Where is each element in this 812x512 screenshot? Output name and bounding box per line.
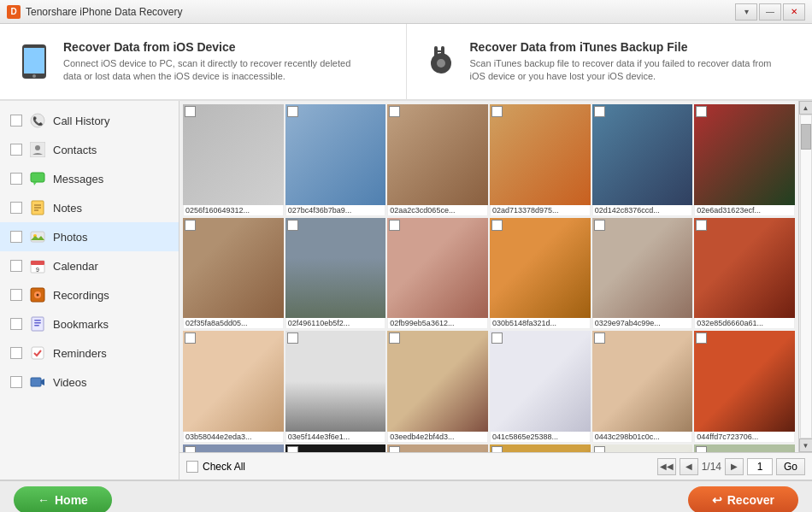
scroll-track[interactable]	[800, 115, 812, 438]
first-page-button[interactable]: ◀◀	[657, 458, 676, 475]
photo-checkbox[interactable]	[594, 333, 605, 344]
photo-cell[interactable]: 03e5f144e3f6e1...	[285, 331, 386, 443]
photo-checkbox[interactable]	[185, 106, 196, 117]
close-button[interactable]: ✕	[783, 3, 805, 21]
calendar-checkbox[interactable]	[10, 260, 22, 272]
photo-label: 03e5f144e3f6e1...	[285, 432, 386, 443]
photo-cell[interactable]: 03b58044e2eda3...	[183, 331, 284, 443]
photo-cell[interactable]: 0443c298b01c0c...	[592, 331, 693, 443]
photo-checkbox[interactable]	[287, 106, 298, 117]
photo-cell[interactable]: 02ad713378d975...	[490, 104, 591, 216]
photo-cell[interactable]: 032e85d6660a61...	[694, 218, 795, 330]
minimize-button[interactable]: ▾	[735, 3, 757, 21]
titlebar-controls[interactable]: ▾ — ✕	[735, 3, 805, 21]
photo-cell[interactable]: 04c61e4f8b4dbe...	[285, 444, 386, 452]
scroll-up-arrow[interactable]: ▲	[799, 101, 813, 115]
bookmarks-checkbox[interactable]	[10, 318, 22, 330]
photo-checkbox[interactable]	[287, 333, 298, 344]
sidebar-item-call-history[interactable]: 📞 Call History	[0, 106, 179, 135]
videos-checkbox[interactable]	[10, 376, 22, 388]
messages-checkbox[interactable]	[10, 173, 22, 185]
ios-device-option[interactable]: Recover Data from iOS Device Connect iOS…	[0, 24, 407, 99]
photo-cell[interactable]: 04b9deafd71cdc...	[183, 444, 284, 452]
photo-cell[interactable]: 02f496110eb5f2...	[285, 218, 386, 330]
photo-cell[interactable]: 04de21c5108e21...	[387, 444, 488, 452]
sidebar-item-reminders[interactable]: Reminders	[0, 338, 179, 368]
photo-checkbox[interactable]	[491, 333, 503, 344]
recover-button[interactable]: ↩ Recover	[688, 486, 798, 512]
itunes-backup-option[interactable]: Recover Data from iTunes Backup File Sca…	[407, 24, 813, 99]
photo-cell[interactable]: 02f35fa8a5dd05...	[183, 218, 284, 330]
next-page-button[interactable]: ▶	[725, 458, 744, 475]
photo-cell[interactable]: 02e6ad31623ecf...	[694, 104, 795, 216]
photo-cell[interactable]: 044ffd7c723706...	[694, 331, 795, 443]
sidebar-item-videos[interactable]: Videos	[0, 368, 179, 397]
contacts-checkbox[interactable]	[10, 144, 22, 156]
photo-checkbox[interactable]	[491, 220, 503, 231]
photo-checkbox[interactable]	[696, 220, 707, 231]
photo-checkbox[interactable]	[185, 333, 196, 344]
maximize-button[interactable]: —	[759, 3, 781, 21]
recordings-icon	[29, 286, 46, 303]
photo-checkbox[interactable]	[389, 106, 400, 117]
photo-cell[interactable]: 02fb99eb5a3612...	[387, 218, 488, 330]
check-all-checkbox[interactable]	[186, 461, 198, 473]
photo-checkbox[interactable]	[696, 106, 707, 117]
notes-checkbox[interactable]	[10, 202, 22, 214]
sidebar-item-photos[interactable]: Photos	[0, 222, 179, 251]
photo-checkbox[interactable]	[389, 220, 400, 231]
sidebar-item-contacts[interactable]: Contacts	[0, 135, 179, 164]
photo-checkbox[interactable]	[389, 333, 400, 344]
call-history-icon: 📞	[29, 112, 46, 129]
photo-checkbox[interactable]	[185, 220, 196, 231]
home-button[interactable]: ← Home	[14, 486, 112, 512]
svg-rect-21	[31, 261, 44, 265]
sidebar-item-recordings[interactable]: Recordings	[0, 280, 179, 309]
photo-checkbox[interactable]	[696, 333, 707, 344]
ios-option-title: Recover Data from iOS Device	[63, 40, 371, 54]
photo-cell[interactable]: 05162bcfdd8a2f...	[694, 444, 795, 452]
photo-checkbox[interactable]	[389, 446, 400, 452]
photo-checkbox[interactable]	[594, 220, 605, 231]
photo-checkbox[interactable]	[594, 106, 605, 117]
photo-cell[interactable]: 0256f160649312...	[183, 104, 284, 216]
svg-point-25	[37, 294, 39, 297]
sidebar-item-messages[interactable]: Messages	[0, 164, 179, 193]
sidebar-item-bookmarks[interactable]: Bookmarks	[0, 309, 179, 338]
reminders-checkbox[interactable]	[10, 347, 22, 359]
photo-cell[interactable]: 0329e97ab4c99e...	[592, 218, 693, 330]
check-all-area[interactable]: Check All	[186, 461, 245, 473]
itunes-option-title: Recover Data from iTunes Backup File	[470, 40, 778, 54]
scroll-thumb[interactable]	[801, 124, 811, 150]
photo-cell[interactable]: 04feb8bb70b322...	[490, 444, 591, 452]
photo-cell[interactable]: 030b5148fa321d...	[490, 218, 591, 330]
sidebar-item-notes[interactable]: Notes	[0, 193, 179, 222]
photos-checkbox[interactable]	[10, 231, 22, 243]
photo-cell[interactable]: 03eedb4e2bf4d3...	[387, 331, 488, 443]
scroll-down-arrow[interactable]: ▼	[799, 438, 813, 452]
photo-checkbox[interactable]	[185, 446, 196, 452]
photo-cell[interactable]: 02aa2c3cd065ce...	[387, 104, 488, 216]
itunes-text: Recover Data from iTunes Backup File Sca…	[470, 40, 778, 84]
photo-cell[interactable]: 027bc4f36b7ba9...	[285, 104, 386, 216]
go-button[interactable]: Go	[776, 458, 805, 475]
prev-page-button[interactable]: ◀	[680, 458, 698, 475]
photo-checkbox[interactable]	[491, 446, 503, 452]
sidebar-item-calendar[interactable]: 9 Calendar	[0, 251, 179, 280]
svg-rect-28	[34, 322, 41, 324]
svg-rect-5	[434, 46, 438, 60]
call-history-checkbox[interactable]	[10, 115, 22, 127]
photo-cell[interactable]: 0514a48745669f...	[592, 444, 693, 452]
page-number-input[interactable]	[747, 458, 773, 475]
photo-checkbox[interactable]	[696, 446, 707, 452]
svg-rect-1	[24, 48, 44, 74]
photo-checkbox[interactable]	[287, 220, 298, 231]
photo-checkbox[interactable]	[287, 446, 298, 452]
recordings-checkbox[interactable]	[10, 289, 22, 301]
photo-checkbox[interactable]	[594, 446, 605, 452]
photo-cell[interactable]: 02d142c8376ccd...	[592, 104, 693, 216]
vertical-scrollbar[interactable]: ▲ ▼	[798, 101, 812, 452]
ios-option-desc: Connect iOS device to PC, scan it direct…	[63, 57, 371, 84]
photo-checkbox[interactable]	[491, 106, 503, 117]
photo-cell[interactable]: 041c5865e25388...	[490, 331, 591, 443]
